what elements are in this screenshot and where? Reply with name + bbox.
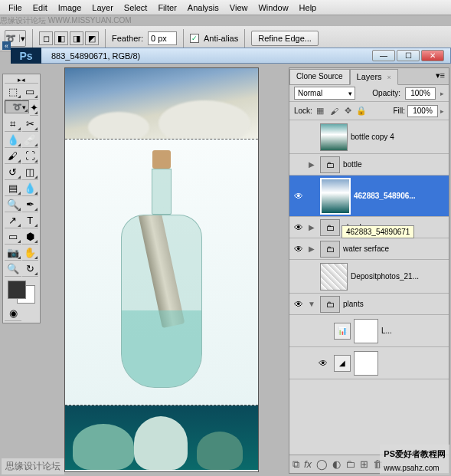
layer-row-adjustment[interactable]: 👁 ◢ — [289, 347, 449, 379]
link-layers-button[interactable]: ⧉ — [292, 458, 299, 471]
menu-filter[interactable]: Filter — [152, 2, 181, 14]
menu-window[interactable]: Window — [253, 2, 293, 14]
menu-select[interactable]: Select — [119, 2, 153, 14]
visibility-toggle[interactable]: 👁 — [291, 222, 306, 233]
expand-icon[interactable]: ▼ — [306, 300, 317, 308]
fill-input[interactable]: 100% — [407, 105, 438, 117]
tab-layers[interactable]: Layers × — [350, 69, 398, 85]
type-tool[interactable]: T — [22, 213, 39, 228]
color-swatch[interactable] — [5, 279, 38, 305]
blur-tool[interactable]: 💧 — [22, 181, 39, 196]
layer-row-selected[interactable]: 👁 462883_548906... — [289, 176, 449, 217]
brush-tool[interactable]: 🖌 — [5, 149, 21, 164]
antialias-checkbox[interactable]: ✓ — [190, 34, 199, 43]
close-icon[interactable]: × — [387, 74, 391, 81]
crop-tool[interactable]: ⌗ — [5, 117, 21, 132]
eyedropper-tool[interactable]: 💧 — [5, 133, 21, 148]
layer-row[interactable]: bottle copy 4 — [289, 120, 449, 154]
menu-view[interactable]: View — [224, 2, 253, 14]
lock-trans-button[interactable]: ▦ — [315, 105, 326, 117]
document-canvas[interactable] — [64, 67, 259, 472]
3d-tool[interactable]: ⬢ — [22, 229, 39, 245]
panel-menu-button[interactable]: ▾≡ — [432, 68, 449, 84]
shape-tool[interactable]: ▭ — [5, 229, 21, 245]
menu-help[interactable]: Help — [294, 2, 322, 14]
gradient-tool[interactable]: ▤ — [5, 181, 21, 196]
layer-row-group[interactable]: ▶ 🗀 bottle — [289, 154, 449, 176]
hand-tool[interactable]: ✋ — [22, 245, 39, 261]
layer-name[interactable]: water serface — [343, 245, 447, 253]
marquee-tool[interactable]: ▭ — [22, 84, 39, 100]
layer-name[interactable]: 462883_548906... — [354, 192, 447, 200]
rotate-tool[interactable]: ↻ — [22, 261, 39, 277]
layer-name[interactable]: bottle — [343, 160, 447, 169]
group-button[interactable]: 🗀 — [345, 458, 355, 470]
opacity-input[interactable]: 100% — [405, 87, 436, 100]
menu-image[interactable]: Image — [53, 2, 87, 14]
levels-icon[interactable]: 📊 — [334, 323, 351, 340]
mask-button[interactable]: ◯ — [316, 458, 328, 470]
eraser-tool[interactable]: ◫ — [22, 165, 39, 180]
path-tool[interactable]: ↗ — [5, 213, 21, 228]
sel-new-button[interactable]: ◻ — [39, 31, 53, 45]
menu-layer[interactable]: Layer — [87, 2, 119, 14]
blend-mode-select[interactable]: Normal — [294, 87, 355, 100]
tab-clone-source[interactable]: Clone Source — [289, 69, 350, 85]
layer-name[interactable]: plants — [343, 300, 447, 308]
minimize-button[interactable]: — — [372, 50, 395, 61]
visibility-toggle[interactable]: 👁 — [291, 299, 306, 310]
expand-icon[interactable]: ▶ — [306, 160, 317, 169]
fx-button[interactable]: fx — [304, 458, 312, 470]
visibility-toggle[interactable]: 👁 — [291, 191, 306, 202]
heal-tool[interactable]: 🩹 — [22, 133, 39, 148]
layer-row-group[interactable]: 👁 ▶ 🗀 water serface — [289, 238, 449, 260]
lock-move-button[interactable]: ✥ — [342, 105, 354, 117]
chevron-icon[interactable]: ▸ — [440, 107, 444, 115]
layer-row-adjustment[interactable]: 📊 L... — [289, 315, 449, 347]
layer-mask[interactable] — [354, 351, 378, 376]
pen-tool[interactable]: ✒ — [22, 197, 39, 212]
layer-row[interactable]: Depositphotos_21... — [289, 260, 449, 294]
refine-edge-button[interactable]: Refine Edge... — [251, 31, 319, 46]
feather-input[interactable]: 0 px — [148, 31, 177, 45]
adjustment-icon[interactable]: ◢ — [334, 355, 351, 372]
tools-grip[interactable]: ▸◂ — [5, 76, 38, 84]
stamp-tool[interactable]: ⛶ — [22, 149, 39, 164]
sel-add-button[interactable]: ◧ — [54, 31, 68, 45]
quickmask-tool[interactable]: ◉ — [5, 306, 21, 321]
sel-sub-button[interactable]: ◨ — [70, 31, 83, 45]
sel-int-button[interactable]: ◩ — [85, 31, 99, 45]
layer-mask[interactable] — [354, 319, 378, 343]
layer-name[interactable]: bottle copy 4 — [351, 133, 447, 141]
lock-all-button[interactable]: 🔒 — [356, 105, 368, 117]
new-layer-button[interactable]: ⊞ — [360, 458, 368, 470]
layer-name[interactable]: Depositphotos_21... — [351, 272, 447, 281]
expand-icon[interactable]: ▶ — [306, 223, 317, 231]
close-button[interactable]: ✕ — [421, 50, 444, 61]
layer-thumb[interactable] — [320, 123, 348, 151]
menu-file[interactable]: File — [3, 2, 28, 14]
lasso-tool[interactable]: ➰ — [5, 100, 29, 113]
layer-thumb[interactable] — [320, 263, 348, 291]
adjustment-button[interactable]: ◐ — [332, 458, 341, 470]
collapse-notch[interactable]: « — [2, 41, 11, 50]
maximize-button[interactable]: ☐ — [397, 50, 420, 61]
chevron-icon[interactable]: ▸ — [440, 90, 444, 97]
menu-analysis[interactable]: Analysis — [182, 2, 224, 14]
menu-edit[interactable]: Edit — [28, 2, 53, 14]
wand-tool[interactable]: ✦ — [30, 100, 38, 116]
dodge-tool[interactable]: 🔍 — [5, 197, 21, 212]
lock-paint-button[interactable]: 🖌 — [328, 105, 340, 117]
visibility-toggle[interactable]: 👁 — [315, 358, 331, 369]
move-tool[interactable]: ⬚ — [5, 84, 21, 100]
zoom-tool[interactable]: 🔍 — [5, 261, 21, 277]
layer-name[interactable]: L... — [381, 327, 447, 335]
slice-tool[interactable]: ✂ — [22, 117, 39, 132]
visibility-toggle[interactable]: 👁 — [291, 244, 306, 254]
3d-cam-tool[interactable]: 📷 — [5, 245, 21, 261]
layer-thumb[interactable] — [320, 178, 351, 215]
expand-icon[interactable]: ▶ — [306, 245, 317, 253]
history-brush-tool[interactable]: ↺ — [5, 165, 21, 180]
fg-color[interactable] — [8, 281, 26, 299]
layer-row-group[interactable]: 👁 ▼ 🗀 plants — [289, 294, 449, 315]
